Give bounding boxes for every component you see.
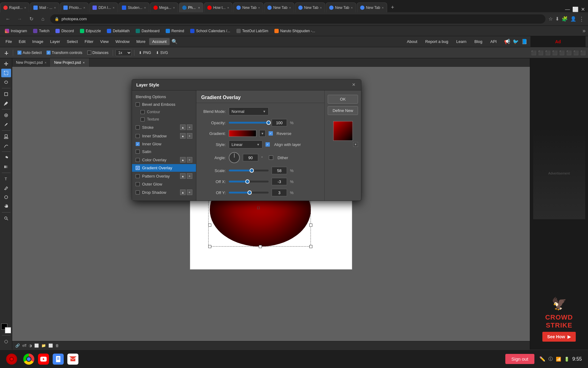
shape-tool[interactable] [1, 193, 11, 201]
gradient-preview[interactable] [229, 130, 256, 137]
stroke-add-btn[interactable]: + [187, 125, 192, 130]
back-button[interactable]: ← [4, 15, 12, 23]
download-icon[interactable]: ⬇ [555, 16, 559, 22]
dialog-item-contour[interactable]: Contour [132, 108, 196, 116]
menu-about[interactable]: About [404, 38, 420, 45]
inner-shadow-checkbox[interactable] [136, 134, 140, 138]
tab-newtab2[interactable]: New Tab × [264, 2, 294, 12]
mask-icon[interactable]: ⬜ [48, 343, 53, 348]
align-icon-5[interactable]: ⬛ [559, 50, 564, 55]
bookmark-remind[interactable]: Remind [163, 28, 187, 34]
info-icon[interactable]: ⓘ [548, 356, 553, 362]
minimize-icon[interactable]: — [565, 7, 570, 12]
stroke-up-btn[interactable]: ▲ [180, 125, 186, 130]
distances-checkbox[interactable] [87, 51, 91, 55]
maximize-icon[interactable]: ⬜ [572, 6, 579, 12]
color-overlay-checkbox[interactable] [136, 158, 140, 162]
menu-report-bug[interactable]: Report a bug [422, 38, 451, 45]
menu-window[interactable]: Window [112, 38, 133, 45]
new-tab-button[interactable]: + [388, 2, 398, 12]
trash-icon[interactable]: 🗑 [55, 343, 59, 348]
sign-out-button[interactable]: Sign out [505, 354, 534, 364]
tab-close-student[interactable]: × [144, 6, 146, 10]
see-how-button[interactable]: See How ▶ [542, 332, 576, 342]
menu-blog[interactable]: Blog [471, 38, 485, 45]
pattern-overlay-up-btn[interactable]: ▲ [180, 173, 186, 179]
menu-view[interactable]: View [97, 38, 112, 45]
tab-rapidl[interactable]: Rapidl... × [0, 2, 29, 12]
taskbar-gmail-icon[interactable] [67, 354, 78, 365]
align-icon-7[interactable]: ⬛ [573, 50, 579, 55]
tab-student[interactable]: Studen... × [119, 2, 149, 12]
tab-newtab1[interactable]: New Tab × [233, 2, 263, 12]
tab-close-mega[interactable]: × [173, 6, 175, 10]
dialog-item-blending-options[interactable]: Blending Options [132, 93, 196, 101]
reload-button[interactable]: ↻ [27, 15, 36, 23]
dialog-item-stroke[interactable]: Stroke ▲ + [132, 123, 196, 132]
menu-api[interactable]: API [487, 38, 500, 45]
align-icon-4[interactable]: ⬛ [552, 50, 557, 55]
bookmark-dashboard[interactable]: Dashboard [133, 28, 162, 34]
tab-close-rapidl[interactable]: × [24, 6, 26, 10]
tab-mega[interactable]: Mega... × [150, 2, 178, 12]
hand-tool[interactable] [1, 202, 11, 211]
profile-icon[interactable]: 👤 [570, 16, 576, 22]
menu-select[interactable]: Select [64, 38, 81, 45]
distances-toggle[interactable]: Distances [85, 50, 111, 56]
menu-learn[interactable]: Learn [453, 38, 469, 45]
move-tool-icon[interactable] [2, 50, 10, 56]
text-tool[interactable]: T [1, 174, 11, 183]
stamp-tool[interactable] [1, 132, 11, 141]
tab-close-dda[interactable]: × [113, 6, 115, 10]
align-icon-2[interactable]: ⬛ [538, 50, 543, 55]
doc-tab-1[interactable]: New Project.psd × [12, 58, 51, 67]
brush-tool[interactable] [1, 120, 11, 129]
forward-button[interactable]: → [15, 15, 24, 23]
menu-more[interactable]: More [133, 38, 149, 45]
tab-newtab5[interactable]: New Tab × [357, 2, 387, 12]
menu-filter[interactable]: Filter [81, 38, 96, 45]
bookmark-edpuzzle[interactable]: Edpuzzle [77, 28, 103, 34]
autoselect-checkbox[interactable]: ✓ [17, 51, 21, 55]
outer-glow-checkbox[interactable] [136, 182, 140, 186]
doc-tab-1-close[interactable]: × [44, 61, 46, 64]
color-picker[interactable] [1, 324, 11, 333]
layer-icon[interactable]: ⬜ [34, 343, 39, 348]
bookmark-discord[interactable]: Discord [53, 28, 76, 34]
bookmark-testout[interactable]: TestOut LabSim [234, 28, 271, 34]
scale-value[interactable]: 58 [272, 167, 287, 174]
bookmark-twitch[interactable]: Twitch [31, 28, 52, 34]
bevel-checkbox[interactable] [136, 102, 140, 106]
lasso-tool[interactable] [1, 78, 11, 86]
selection-handle-botleft[interactable] [208, 245, 211, 248]
drop-shadow-up-btn[interactable]: ▲ [180, 190, 186, 195]
opacity-value[interactable]: 100 [272, 119, 287, 126]
facebook-icon[interactable]: 📘 [521, 39, 527, 44]
color-overlay-add-btn[interactable]: + [187, 157, 192, 163]
settings-icon[interactable]: ⋮ [579, 16, 584, 22]
search-icon[interactable]: 🔍 [172, 39, 178, 44]
export-svg-button[interactable]: ⬇ SVG [154, 50, 170, 56]
tab-close-newtab4[interactable]: × [351, 6, 353, 10]
tab-newtab3[interactable]: New Tab × [295, 2, 325, 12]
taskbar-chrome-icon[interactable] [23, 354, 34, 365]
tab-how[interactable]: How t... × [204, 2, 232, 12]
tab-newtab4[interactable]: New Tab × [326, 2, 356, 12]
dialog-item-texture[interactable]: Texture [132, 116, 196, 123]
tab-close-how[interactable]: × [227, 6, 229, 10]
tab-photo[interactable]: Photo... × [60, 2, 89, 12]
dialog-item-inner-shadow[interactable]: Inner Shadow ▲ + [132, 132, 196, 140]
select-tool[interactable] [1, 69, 11, 77]
dialog-item-gradient-overlay[interactable]: ✓ Gradient Overlay [132, 164, 196, 172]
doc-tab-2-close[interactable]: × [83, 61, 85, 64]
transform-checkbox[interactable]: ✓ [47, 51, 51, 55]
align-icon-3[interactable]: ⬛ [545, 50, 550, 55]
autoselect-toggle[interactable]: ✓ Auto-Select [16, 50, 43, 56]
satin-checkbox[interactable] [136, 150, 140, 154]
tab-close-photo[interactable]: × [83, 6, 85, 10]
reddit-icon[interactable]: 📢 [504, 39, 510, 44]
menu-image[interactable]: Image [29, 38, 46, 45]
menu-account[interactable]: Account [149, 38, 170, 45]
battery-icon[interactable]: 🔋 [564, 357, 569, 362]
extensions-icon[interactable]: 🧩 [562, 16, 568, 22]
